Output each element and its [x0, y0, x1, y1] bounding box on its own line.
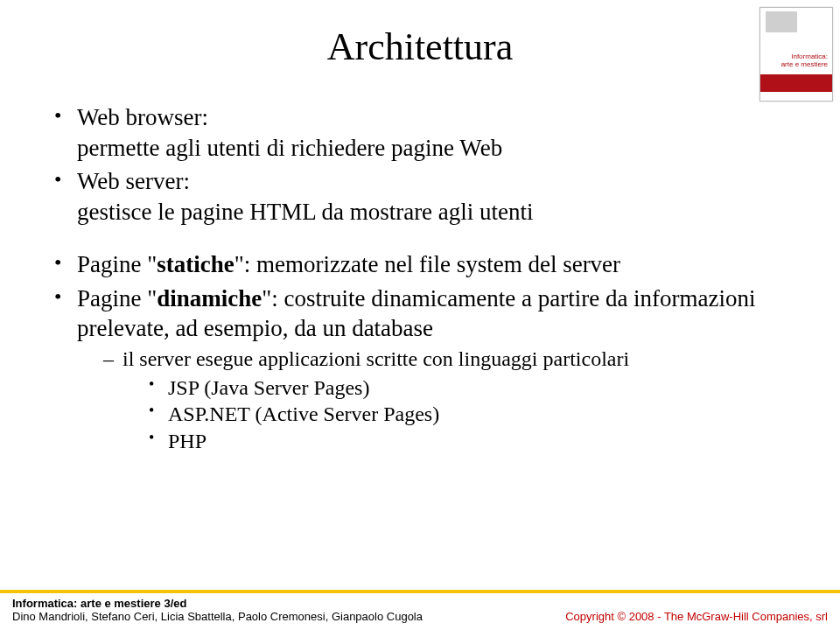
sub-bullet-list: JSP (Java Server Pages) ASP.NET (Active …: [122, 374, 788, 455]
sub-dash-text: il server esegue applicazioni scritte co…: [122, 347, 629, 370]
bullet-text: permette agli utenti di richiedere pagin…: [77, 135, 502, 161]
footer-authors: Dino Mandrioli, Stefano Ceri, Licia Sbat…: [12, 610, 423, 623]
bullet-item: Pagine "dinamiche": costruite dinamicame…: [52, 284, 788, 455]
bullet-colon: :: [184, 168, 191, 194]
bullet-item: Web server: gestisce le pagine HTML da m…: [52, 166, 788, 227]
bullet-text: gestisce le pagine HTML da mostrare agli…: [77, 199, 534, 225]
book-thumb-band: [760, 74, 832, 92]
sub-bullet-item: ASP.NET (Active Server Pages): [149, 401, 788, 428]
bullet-list: Web browser: permette agli utenti di ric…: [52, 102, 788, 455]
sub-bullet-item: PHP: [149, 428, 788, 455]
sub-dash-list: il server esegue applicazioni scritte co…: [77, 346, 788, 455]
book-cover-thumbnail: Informatica: arte e mestiere: [760, 7, 833, 102]
bullet-colon: :: [202, 104, 209, 130]
footer-copyright: Copyright © 2008 - The McGraw-Hill Compa…: [565, 610, 828, 623]
bullet-lead: Web browser: [77, 104, 202, 130]
sub-dash-item: il server esegue applicazioni scritte co…: [103, 346, 788, 455]
footer: Informatica: arte e mestiere 3/ed Dino M…: [0, 590, 840, 630]
footer-left: Informatica: arte e mestiere 3/ed Dino M…: [12, 597, 423, 623]
slide: Informatica: arte e mestiere Architettur…: [0, 0, 840, 630]
bullet-text: Pagine "dinamiche": costruite dinamicame…: [77, 285, 756, 342]
book-thumb-decor: [766, 11, 797, 32]
book-thumb-title: Informatica: arte e mestiere: [781, 53, 828, 69]
bullet-text: Pagine "statiche": memorizzate nel file …: [77, 251, 620, 277]
bullet-item: Pagine "statiche": memorizzate nel file …: [52, 249, 788, 280]
bullet-item: Web browser: permette agli utenti di ric…: [52, 102, 788, 163]
bullet-lead: Web server: [77, 168, 184, 194]
footer-row: Informatica: arte e mestiere 3/ed Dino M…: [0, 593, 840, 630]
slide-title: Architettura: [52, 24, 788, 69]
sub-bullet-item: JSP (Java Server Pages): [149, 374, 788, 402]
slide-content: Web browser: permette agli utenti di ric…: [52, 102, 788, 455]
footer-book-title: Informatica: arte e mestiere 3/ed: [12, 597, 423, 610]
